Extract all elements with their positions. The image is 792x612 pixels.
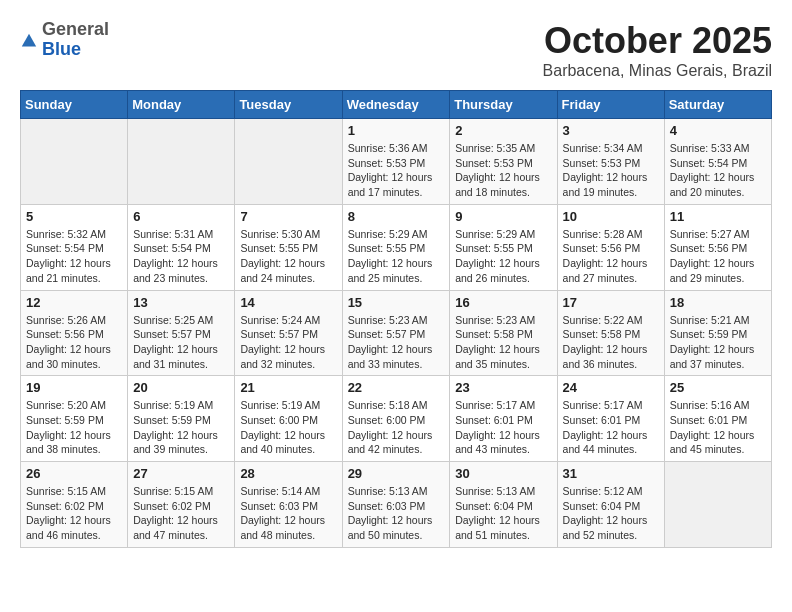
weekday-header: Sunday [21,91,128,119]
day-info: Sunrise: 5:32 AMSunset: 5:54 PMDaylight:… [26,227,122,286]
day-number: 1 [348,123,445,138]
day-number: 4 [670,123,766,138]
day-number: 29 [348,466,445,481]
location: Barbacena, Minas Gerais, Brazil [543,62,772,80]
calendar: SundayMondayTuesdayWednesdayThursdayFrid… [20,90,772,548]
day-number: 8 [348,209,445,224]
calendar-cell: 31Sunrise: 5:12 AMSunset: 6:04 PMDayligh… [557,462,664,548]
calendar-cell: 23Sunrise: 5:17 AMSunset: 6:01 PMDayligh… [450,376,557,462]
day-info: Sunrise: 5:23 AMSunset: 5:57 PMDaylight:… [348,313,445,372]
calendar-cell: 12Sunrise: 5:26 AMSunset: 5:56 PMDayligh… [21,290,128,376]
calendar-cell [664,462,771,548]
calendar-week-row: 5Sunrise: 5:32 AMSunset: 5:54 PMDaylight… [21,204,772,290]
calendar-cell: 5Sunrise: 5:32 AMSunset: 5:54 PMDaylight… [21,204,128,290]
calendar-cell: 8Sunrise: 5:29 AMSunset: 5:55 PMDaylight… [342,204,450,290]
calendar-cell: 20Sunrise: 5:19 AMSunset: 5:59 PMDayligh… [128,376,235,462]
calendar-cell: 14Sunrise: 5:24 AMSunset: 5:57 PMDayligh… [235,290,342,376]
day-number: 31 [563,466,659,481]
calendar-cell: 9Sunrise: 5:29 AMSunset: 5:55 PMDaylight… [450,204,557,290]
day-number: 28 [240,466,336,481]
day-info: Sunrise: 5:24 AMSunset: 5:57 PMDaylight:… [240,313,336,372]
day-info: Sunrise: 5:31 AMSunset: 5:54 PMDaylight:… [133,227,229,286]
logo-blue: Blue [42,40,109,60]
logo: General Blue [20,20,109,60]
svg-marker-0 [22,34,36,47]
calendar-cell: 1Sunrise: 5:36 AMSunset: 5:53 PMDaylight… [342,119,450,205]
day-number: 10 [563,209,659,224]
day-number: 25 [670,380,766,395]
day-info: Sunrise: 5:16 AMSunset: 6:01 PMDaylight:… [670,398,766,457]
day-info: Sunrise: 5:27 AMSunset: 5:56 PMDaylight:… [670,227,766,286]
day-number: 19 [26,380,122,395]
day-number: 17 [563,295,659,310]
calendar-week-row: 12Sunrise: 5:26 AMSunset: 5:56 PMDayligh… [21,290,772,376]
day-info: Sunrise: 5:35 AMSunset: 5:53 PMDaylight:… [455,141,551,200]
day-info: Sunrise: 5:13 AMSunset: 6:03 PMDaylight:… [348,484,445,543]
calendar-cell: 25Sunrise: 5:16 AMSunset: 6:01 PMDayligh… [664,376,771,462]
calendar-cell: 15Sunrise: 5:23 AMSunset: 5:57 PMDayligh… [342,290,450,376]
logo-text: General Blue [42,20,109,60]
day-info: Sunrise: 5:29 AMSunset: 5:55 PMDaylight:… [455,227,551,286]
day-info: Sunrise: 5:34 AMSunset: 5:53 PMDaylight:… [563,141,659,200]
calendar-cell [21,119,128,205]
calendar-cell: 4Sunrise: 5:33 AMSunset: 5:54 PMDaylight… [664,119,771,205]
day-number: 6 [133,209,229,224]
day-info: Sunrise: 5:18 AMSunset: 6:00 PMDaylight:… [348,398,445,457]
day-number: 12 [26,295,122,310]
logo-general: General [42,20,109,40]
day-number: 30 [455,466,551,481]
day-number: 9 [455,209,551,224]
day-number: 16 [455,295,551,310]
calendar-cell: 21Sunrise: 5:19 AMSunset: 6:00 PMDayligh… [235,376,342,462]
day-info: Sunrise: 5:21 AMSunset: 5:59 PMDaylight:… [670,313,766,372]
calendar-cell: 13Sunrise: 5:25 AMSunset: 5:57 PMDayligh… [128,290,235,376]
day-number: 14 [240,295,336,310]
day-number: 7 [240,209,336,224]
page-header: General Blue October 2025 Barbacena, Min… [20,20,772,80]
day-info: Sunrise: 5:12 AMSunset: 6:04 PMDaylight:… [563,484,659,543]
day-number: 26 [26,466,122,481]
day-number: 2 [455,123,551,138]
day-number: 13 [133,295,229,310]
day-info: Sunrise: 5:33 AMSunset: 5:54 PMDaylight:… [670,141,766,200]
weekday-header: Wednesday [342,91,450,119]
day-number: 5 [26,209,122,224]
calendar-cell [235,119,342,205]
day-number: 11 [670,209,766,224]
day-number: 20 [133,380,229,395]
weekday-header: Thursday [450,91,557,119]
day-info: Sunrise: 5:17 AMSunset: 6:01 PMDaylight:… [455,398,551,457]
day-number: 27 [133,466,229,481]
weekday-header: Saturday [664,91,771,119]
calendar-cell: 3Sunrise: 5:34 AMSunset: 5:53 PMDaylight… [557,119,664,205]
calendar-cell: 6Sunrise: 5:31 AMSunset: 5:54 PMDaylight… [128,204,235,290]
day-info: Sunrise: 5:13 AMSunset: 6:04 PMDaylight:… [455,484,551,543]
day-info: Sunrise: 5:22 AMSunset: 5:58 PMDaylight:… [563,313,659,372]
day-info: Sunrise: 5:19 AMSunset: 5:59 PMDaylight:… [133,398,229,457]
weekday-header: Friday [557,91,664,119]
calendar-cell: 24Sunrise: 5:17 AMSunset: 6:01 PMDayligh… [557,376,664,462]
weekday-header-row: SundayMondayTuesdayWednesdayThursdayFrid… [21,91,772,119]
day-number: 22 [348,380,445,395]
day-number: 15 [348,295,445,310]
calendar-cell: 17Sunrise: 5:22 AMSunset: 5:58 PMDayligh… [557,290,664,376]
day-info: Sunrise: 5:15 AMSunset: 6:02 PMDaylight:… [26,484,122,543]
title-block: October 2025 Barbacena, Minas Gerais, Br… [543,20,772,80]
day-number: 21 [240,380,336,395]
calendar-week-row: 1Sunrise: 5:36 AMSunset: 5:53 PMDaylight… [21,119,772,205]
day-info: Sunrise: 5:25 AMSunset: 5:57 PMDaylight:… [133,313,229,372]
calendar-cell: 7Sunrise: 5:30 AMSunset: 5:55 PMDaylight… [235,204,342,290]
calendar-cell: 19Sunrise: 5:20 AMSunset: 5:59 PMDayligh… [21,376,128,462]
weekday-header: Tuesday [235,91,342,119]
weekday-header: Monday [128,91,235,119]
calendar-cell: 26Sunrise: 5:15 AMSunset: 6:02 PMDayligh… [21,462,128,548]
day-info: Sunrise: 5:29 AMSunset: 5:55 PMDaylight:… [348,227,445,286]
calendar-cell: 11Sunrise: 5:27 AMSunset: 5:56 PMDayligh… [664,204,771,290]
day-info: Sunrise: 5:17 AMSunset: 6:01 PMDaylight:… [563,398,659,457]
calendar-cell: 27Sunrise: 5:15 AMSunset: 6:02 PMDayligh… [128,462,235,548]
calendar-cell: 16Sunrise: 5:23 AMSunset: 5:58 PMDayligh… [450,290,557,376]
day-number: 24 [563,380,659,395]
calendar-cell: 29Sunrise: 5:13 AMSunset: 6:03 PMDayligh… [342,462,450,548]
calendar-week-row: 19Sunrise: 5:20 AMSunset: 5:59 PMDayligh… [21,376,772,462]
day-number: 18 [670,295,766,310]
